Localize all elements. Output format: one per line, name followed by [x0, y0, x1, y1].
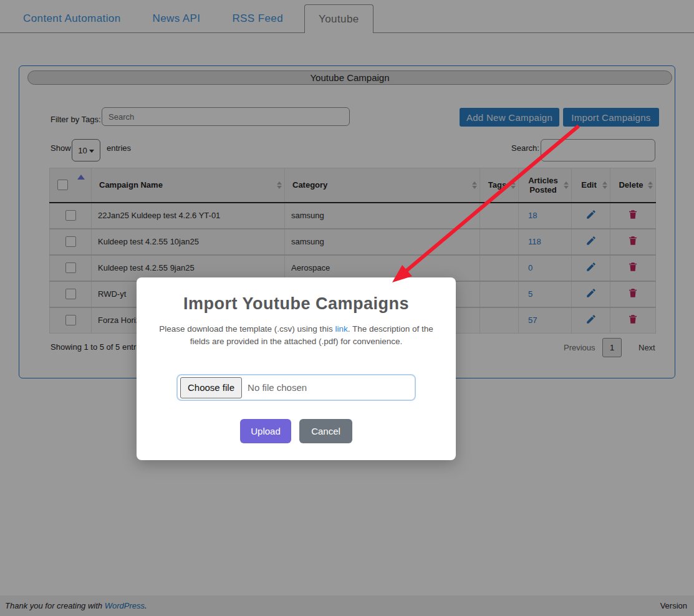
file-input[interactable]: Choose file No file chosen — [176, 374, 416, 401]
modal-title: Import Youtube Campaigns — [137, 294, 456, 314]
cancel-button[interactable]: Cancel — [299, 419, 352, 443]
upload-button[interactable]: Upload — [240, 419, 291, 443]
choose-file-button[interactable]: Choose file — [180, 377, 242, 398]
template-download-link[interactable]: link — [335, 324, 347, 334]
file-status-text: No file chosen — [248, 382, 307, 393]
import-campaigns-modal: Import Youtube Campaigns Please download… — [137, 277, 456, 460]
modal-description: Please download the template (.csv) usin… — [158, 323, 435, 348]
